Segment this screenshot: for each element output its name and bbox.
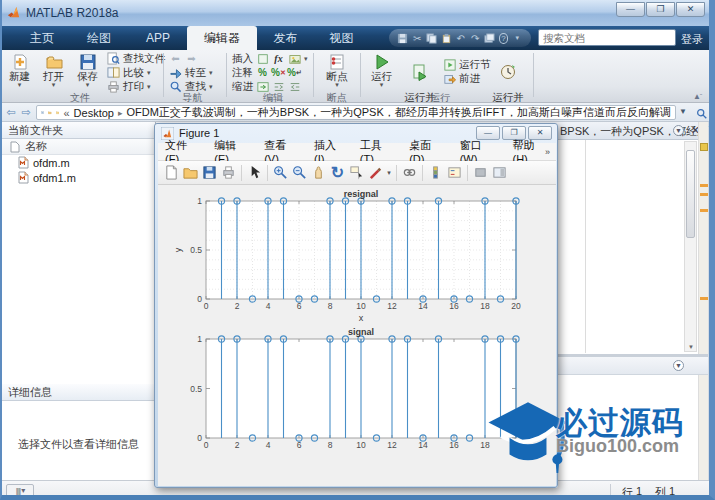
file-row-ofdm1[interactable]: ofdm1.m: [2, 170, 155, 185]
svg-text:signal: signal: [348, 327, 374, 337]
wrap-comments-icon[interactable]: %↵: [288, 66, 301, 79]
open-button[interactable]: 打开 ▾: [37, 52, 70, 92]
status-panel-button[interactable]: |||| ▾: [6, 484, 34, 497]
svg-text:0: 0: [197, 294, 202, 304]
tab-view[interactable]: 视图: [314, 26, 369, 50]
paste-icon[interactable]: [441, 32, 453, 45]
chevron-down-icon[interactable]: ▾: [385, 164, 393, 182]
zoom-out-icon[interactable]: [290, 164, 309, 182]
name-column-header[interactable]: 名称: [2, 139, 155, 155]
data-cursor-icon[interactable]: [347, 164, 366, 182]
brush-icon[interactable]: [366, 164, 385, 182]
help-icon[interactable]: ?: [499, 33, 509, 44]
collapse-ribbon-icon[interactable]: ▲̄: [693, 92, 701, 101]
address-search-icon[interactable]: [696, 106, 708, 124]
forward-arrow-icon[interactable]: ⇨: [19, 105, 33, 119]
copy-icon[interactable]: [426, 32, 438, 45]
rotate-3d-icon[interactable]: ↻: [328, 164, 347, 182]
insert-colorbar-icon[interactable]: [426, 164, 445, 182]
file-row-ofdm[interactable]: ofdm.m: [2, 155, 155, 170]
run-icon: [365, 53, 398, 71]
restore-button[interactable]: ❐: [646, 2, 675, 17]
uncomment-icon[interactable]: %✕: [272, 66, 285, 79]
up-folder-icon[interactable]: [41, 107, 44, 118]
new-figure-icon[interactable]: [162, 164, 181, 182]
insert-section-icon[interactable]: [256, 52, 269, 65]
title-bar: MATLAB R2018a — ❐ ✕: [0, 0, 715, 26]
cut-icon[interactable]: ✂: [412, 32, 424, 45]
matlab-window: MATLAB R2018a — ❐ ✕ 主页 绘图 APP 编辑器 发布 视图 …: [0, 0, 715, 500]
redo-icon[interactable]: ↷: [470, 32, 482, 45]
compare-button[interactable]: 比较 ▾: [107, 66, 165, 79]
breadcrumb-prefix: «: [63, 107, 69, 119]
comment-icon[interactable]: %: [256, 66, 269, 79]
goto-button[interactable]: 转至 ▾: [169, 66, 213, 79]
warning-marker[interactable]: [700, 193, 708, 196]
switch-windows-icon[interactable]: [484, 32, 496, 45]
back-arrow-icon[interactable]: ⇦: [4, 105, 18, 119]
breadcrumb[interactable]: « Desktop ▸ OFDM正交子载波调制，一种为BPSK，一种为QPSK，…: [36, 105, 676, 120]
hide-plot-tools-icon[interactable]: [471, 164, 490, 182]
find-files-button[interactable]: 查找文件: [107, 52, 165, 65]
details-header[interactable]: 详细信息: [2, 384, 155, 401]
insert-image-icon[interactable]: [288, 52, 301, 65]
chevron-down-icon: ▾: [209, 83, 213, 91]
menu-overflow-icon[interactable]: »: [545, 147, 550, 157]
edit-plot-icon[interactable]: [245, 164, 264, 182]
advance-button[interactable]: 前进: [443, 72, 491, 85]
tab-publish[interactable]: 发布: [258, 26, 313, 50]
chevron-down-icon: ▾: [209, 69, 213, 77]
svg-text:2: 2: [235, 440, 240, 450]
address-dropdown-icon[interactable]: ▼: [679, 107, 687, 116]
editor-collapse-icon[interactable]: ▼: [673, 125, 684, 136]
tab-plots[interactable]: 绘图: [68, 26, 130, 50]
svg-text:2: 2: [235, 301, 240, 311]
scrollbar-down-arrow[interactable]: ▼: [685, 344, 697, 353]
chevron-down-icon: ▾: [37, 82, 70, 88]
tab-home[interactable]: 主页: [16, 26, 68, 50]
zoom-in-icon[interactable]: [271, 164, 290, 182]
warning-marker[interactable]: [700, 297, 708, 300]
tab-editor[interactable]: 编辑器: [187, 26, 257, 50]
forward-icon[interactable]: ➡: [185, 52, 198, 65]
run-button[interactable]: 运行 ▾: [365, 52, 398, 92]
svg-text:0.5: 0.5: [190, 384, 202, 394]
panel-collapse-icon[interactable]: ▼: [673, 360, 684, 371]
save-icon[interactable]: [397, 32, 409, 45]
pan-icon[interactable]: [309, 164, 328, 182]
new-button[interactable]: 新建 ▾: [3, 52, 36, 92]
insert-legend-icon[interactable]: [445, 164, 464, 182]
chevron-down-icon[interactable]: ▾: [511, 32, 523, 45]
warning-marker[interactable]: [700, 184, 708, 187]
save-button[interactable]: 保存 ▾: [71, 52, 104, 92]
breakpoints-button[interactable]: 断点 ▾: [318, 52, 356, 92]
insert-function-icon[interactable]: fx: [272, 52, 285, 65]
close-button[interactable]: ✕: [676, 2, 705, 17]
search-input[interactable]: [539, 32, 682, 44]
breadcrumb-root[interactable]: Desktop: [74, 107, 114, 119]
mfile-icon: [18, 171, 29, 184]
back-icon[interactable]: ⬅: [169, 52, 182, 65]
breadcrumb-path[interactable]: OFDM正交子载波调制，一种为BPSK，一种为QPSK，都经历串并转换后IFFT…: [126, 105, 671, 120]
minimize-button[interactable]: —: [616, 2, 645, 17]
open-file-icon[interactable]: [181, 164, 200, 182]
svg-text:18: 18: [480, 301, 490, 311]
message-indicator[interactable]: [700, 143, 708, 151]
run-section-button[interactable]: 运行节: [443, 58, 491, 71]
compare-icon: [107, 66, 120, 79]
tab-apps[interactable]: APP: [130, 26, 186, 50]
link-plot-icon[interactable]: [400, 164, 419, 182]
show-plot-tools-icon[interactable]: [490, 164, 509, 182]
print-figure-icon[interactable]: [219, 164, 238, 182]
folder-icon: [56, 107, 59, 118]
insert-row: 插入 fx ▾: [232, 52, 308, 65]
current-folder-header[interactable]: 当前文件夹: [2, 122, 155, 139]
warning-marker[interactable]: [700, 209, 708, 212]
login-link[interactable]: 登录: [681, 32, 703, 47]
save-figure-icon[interactable]: [200, 164, 219, 182]
scrollbar-thumb[interactable]: [686, 150, 695, 238]
browse-folder-icon[interactable]: [48, 107, 51, 118]
editor-scrollbar[interactable]: [684, 141, 697, 352]
details-empty-text: 选择文件以查看详细信息: [2, 437, 155, 452]
undo-icon[interactable]: ↶: [455, 32, 467, 45]
